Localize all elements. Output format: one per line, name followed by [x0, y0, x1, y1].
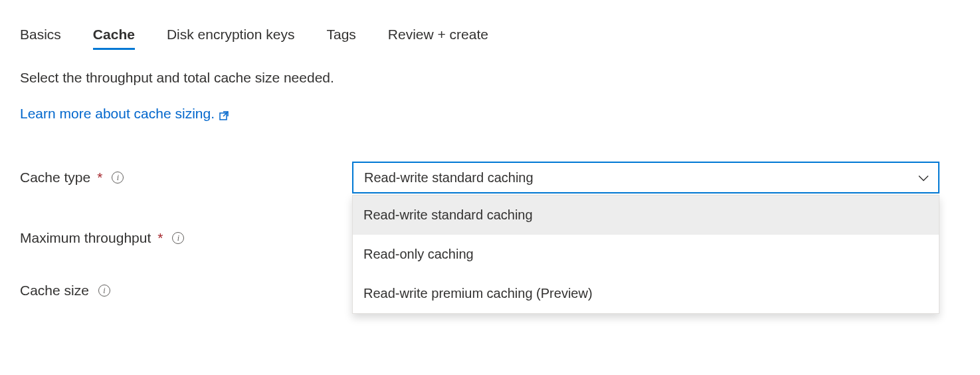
dropdown-option-read-write-standard[interactable]: Read-write standard caching: [353, 195, 939, 235]
required-indicator: *: [157, 230, 163, 246]
tab-disk-encryption-keys[interactable]: Disk encryption keys: [167, 27, 295, 50]
tab-bar: Basics Cache Disk encryption keys Tags R…: [20, 27, 960, 50]
external-link-icon: [219, 108, 229, 119]
row-cache-type: Cache type * i Read-write standard cachi…: [20, 162, 960, 193]
dropdown-cache-type: Read-write standard caching Read-only ca…: [352, 195, 939, 314]
select-cache-type-value: Read-write standard caching: [364, 170, 534, 186]
label-cache-type-text: Cache type: [20, 170, 90, 186]
page-description: Select the throughput and total cache si…: [20, 70, 960, 86]
label-maximum-throughput: Maximum throughput * i: [20, 230, 352, 246]
select-cache-type[interactable]: Read-write standard caching: [352, 162, 939, 193]
label-cache-type: Cache type * i: [20, 170, 352, 186]
dropdown-option-read-write-premium[interactable]: Read-write premium caching (Preview): [353, 274, 939, 313]
tab-review-create[interactable]: Review + create: [388, 27, 488, 50]
learn-more-text: Learn more about cache sizing.: [20, 106, 215, 122]
dropdown-option-read-only[interactable]: Read-only caching: [353, 235, 939, 274]
label-cache-size-text: Cache size: [20, 283, 89, 299]
tab-cache[interactable]: Cache: [93, 27, 135, 50]
info-icon[interactable]: i: [112, 172, 124, 184]
tab-basics[interactable]: Basics: [20, 27, 61, 50]
tab-tags[interactable]: Tags: [326, 27, 355, 50]
chevron-down-icon: [918, 170, 929, 186]
info-icon[interactable]: i: [98, 285, 110, 297]
select-cache-type-wrapper: Read-write standard caching Read-write s…: [352, 162, 939, 193]
label-maximum-throughput-text: Maximum throughput: [20, 230, 151, 246]
info-icon[interactable]: i: [172, 232, 184, 244]
label-cache-size: Cache size i: [20, 283, 352, 299]
required-indicator: *: [97, 170, 102, 186]
learn-more-link[interactable]: Learn more about cache sizing.: [20, 106, 229, 122]
